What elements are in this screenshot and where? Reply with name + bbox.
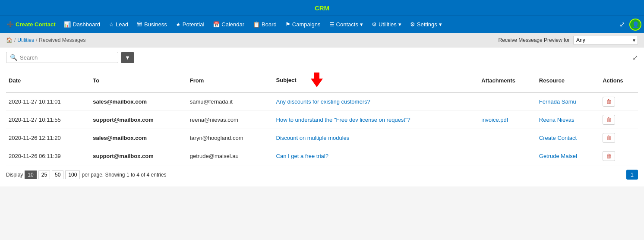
menu-create-contact-label: Create Contact <box>16 21 55 28</box>
col-resource: Resource <box>537 69 600 92</box>
menu-contacts-label: Contacts <box>336 21 358 28</box>
display-options: Display 10 25 50 100 per page. Showing 1… <box>6 171 167 179</box>
cell-actions: 🗑 <box>600 147 638 165</box>
resource-link[interactable]: Create Contact <box>539 135 577 141</box>
cell-subject: Can I get a free trial? <box>274 147 479 165</box>
user-avatar[interactable]: 👤 <box>629 19 641 31</box>
menu-campaigns-label: Campaigns <box>292 21 321 28</box>
col-actions: Actions <box>600 69 638 92</box>
breadcrumb-current: Received Messages <box>39 37 85 43</box>
breadcrumb-bar: 🏠 / Utilities / Received Messages Receiv… <box>0 33 644 47</box>
svg-marker-0 <box>311 73 323 87</box>
search-input-wrapper: 🔍 <box>6 52 118 63</box>
subject-link[interactable]: Discount on multiple modules <box>276 135 350 141</box>
plus-icon: ➕ <box>7 21 14 28</box>
main-content: 🔍 ▼ ⤢ Date To From Subject <box>0 47 644 186</box>
cell-date: 2020-11-27 10:11:55 <box>6 111 90 129</box>
cell-attachments <box>479 92 537 111</box>
utilities-dropdown-icon: ▾ <box>398 21 401 28</box>
home-icon[interactable]: 🏠 <box>6 37 13 43</box>
cell-date: 2020-11-26 06:11:39 <box>6 147 90 165</box>
cell-actions: 🗑 <box>600 92 638 111</box>
topbar: CRM <box>0 0 644 16</box>
cell-attachments: invoice.pdf <box>479 111 537 129</box>
campaigns-icon: ⚑ <box>285 21 290 28</box>
subject-link[interactable]: Any discounts for existing customers? <box>276 98 370 105</box>
resource-link[interactable]: Getrude Maisel <box>539 153 577 159</box>
preview-select[interactable]: Any Sales Support <box>573 36 638 44</box>
per-page-10[interactable]: 10 <box>25 171 36 179</box>
per-page-100[interactable]: 100 <box>65 171 80 179</box>
menu-dashboard[interactable]: 📊 Dashboard <box>60 19 104 30</box>
page-1-button[interactable]: 1 <box>626 170 638 180</box>
per-page-info: per page. Showing 1 to 4 of 4 entries <box>82 172 166 178</box>
resource-link[interactable]: Fernada Samu <box>539 98 576 105</box>
menu-calendar-label: Calendar <box>221 21 244 28</box>
settings-dropdown-icon: ▾ <box>439 21 442 28</box>
sort-down-arrow-icon <box>311 73 323 87</box>
cell-to: support@mailbox.com <box>90 111 187 129</box>
table-header-row: Date To From Subject Attachments Resourc… <box>6 69 638 92</box>
menu-settings[interactable]: ⚙ Settings ▾ <box>406 19 446 30</box>
expand-icon[interactable]: ⤢ <box>618 19 627 30</box>
search-input[interactable] <box>20 54 114 61</box>
cell-subject: Discount on multiple modules <box>274 129 479 147</box>
business-icon: 🏛 <box>137 21 142 28</box>
menu-settings-label: Settings <box>417 21 437 28</box>
table-row: 2020-11-26 12:11:20 sales@mailbox.com ta… <box>6 129 638 147</box>
table-expand-button[interactable]: ⤢ <box>632 54 638 62</box>
display-label: Display <box>6 172 23 178</box>
col-to: To <box>90 69 187 92</box>
menu-lead[interactable]: ☆ Lead <box>104 19 133 30</box>
breadcrumb-utilities[interactable]: Utilities <box>17 37 34 43</box>
cell-from: getrude@maisel.au <box>187 147 274 165</box>
menu-right-icons: ⤢ 👤 <box>618 19 641 31</box>
board-icon: 📋 <box>253 21 260 28</box>
breadcrumb-sep2: / <box>36 37 37 43</box>
cell-subject: Any discounts for existing customers? <box>274 92 479 111</box>
menu-potential-label: Potential <box>183 21 205 28</box>
resource-link[interactable]: Reena Nievas <box>539 117 575 123</box>
cell-from: samu@fernada.it <box>187 92 274 111</box>
delete-button[interactable]: 🗑 <box>603 151 615 161</box>
per-page-50[interactable]: 50 <box>52 171 63 179</box>
dashboard-icon: 📊 <box>64 21 71 28</box>
col-from: From <box>187 69 274 92</box>
menu-utilities[interactable]: ⚙ Utilities ▾ <box>367 19 406 30</box>
preview-select-wrapper[interactable]: Any Sales Support <box>573 36 638 44</box>
star-icon: ☆ <box>109 21 114 28</box>
menu-contacts[interactable]: ☰ Contacts ▾ <box>325 19 367 30</box>
cell-date: 2020-11-26 12:11:20 <box>6 129 90 147</box>
menu-calendar[interactable]: 📅 Calendar <box>208 19 249 30</box>
cell-actions: 🗑 <box>600 129 638 147</box>
potential-icon: ★ <box>176 21 181 28</box>
menu-create-contact[interactable]: ➕ Create Contact <box>3 19 60 30</box>
col-attachments: Attachments <box>479 69 537 92</box>
menu-potential[interactable]: ★ Potential <box>171 19 209 30</box>
menu-business[interactable]: 🏛 Business <box>133 19 171 30</box>
preview-section: Receive Messeage Preview for Any Sales S… <box>499 36 638 44</box>
cell-date: 2020-11-27 10:11:01 <box>6 92 90 111</box>
cell-from: taryn@hoogland.com <box>187 129 274 147</box>
subject-link[interactable]: Can I get a free trial? <box>276 153 328 159</box>
cell-subject: How to understand the "Free dev license … <box>274 111 479 129</box>
menubar: ➕ Create Contact 📊 Dashboard ☆ Lead 🏛 Bu… <box>0 16 644 33</box>
attachment-link[interactable]: invoice.pdf <box>481 117 508 123</box>
menu-campaigns[interactable]: ⚑ Campaigns <box>281 19 325 30</box>
menu-dashboard-label: Dashboard <box>73 21 100 28</box>
menu-lead-label: Lead <box>116 21 128 28</box>
filter-button[interactable]: ▼ <box>121 52 134 63</box>
per-page-25[interactable]: 25 <box>38 171 50 179</box>
col-subject: Subject <box>274 69 479 92</box>
col-date: Date <box>6 69 90 92</box>
cell-resource: Getrude Maisel <box>537 147 600 165</box>
menu-board-label: Board <box>262 21 277 28</box>
delete-button[interactable]: 🗑 <box>603 133 615 143</box>
delete-button[interactable]: 🗑 <box>603 97 615 107</box>
cell-resource: Create Contact <box>537 129 600 147</box>
delete-button[interactable]: 🗑 <box>603 115 615 125</box>
cell-from: reena@nievas.com <box>187 111 274 129</box>
menu-board[interactable]: 📋 Board <box>249 19 281 30</box>
subject-link[interactable]: How to understand the "Free dev license … <box>276 117 410 123</box>
table-body: 2020-11-27 10:11:01 sales@mailbox.com sa… <box>6 92 638 165</box>
